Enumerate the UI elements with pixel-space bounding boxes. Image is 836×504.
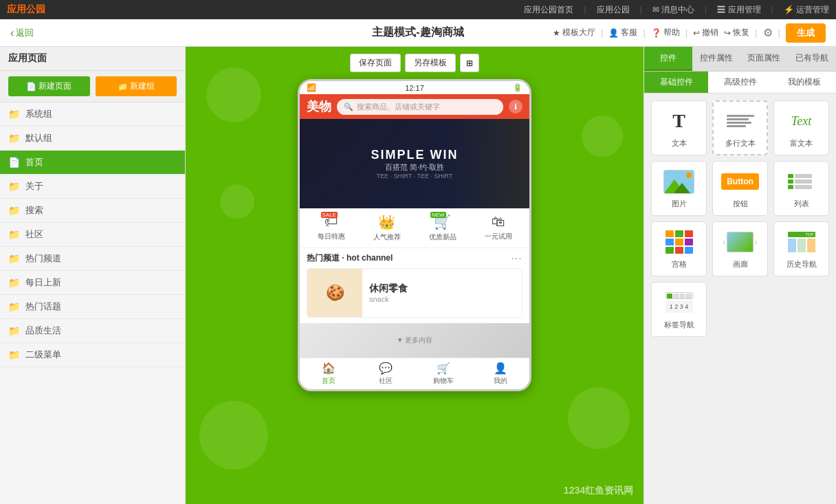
phone-tab-community[interactable]: 💬 社区: [358, 362, 415, 386]
phone-tab-cart[interactable]: 🛒 购物车: [415, 362, 472, 386]
sidebar-item-system-group[interactable]: 📁 系统组: [0, 102, 185, 127]
back-button[interactable]: ‹ 返回: [10, 27, 34, 39]
new-badge: NEW: [430, 212, 446, 218]
widget-richtext-icon: Text: [784, 107, 819, 135]
center-canvas: 保存页面 另存模板 ⊞ 📶 12:17 🔋 美物 🔍 搜索商品、店铺或关键字 ℹ: [186, 47, 644, 504]
phone-search-bar[interactable]: 🔍 搜索商品、店铺或关键字: [337, 99, 503, 115]
phone-mockup: 📶 12:17 🔋 美物 🔍 搜索商品、店铺或关键字 ℹ SIMPLE WIN …: [298, 79, 531, 391]
right-tab-existing-nav[interactable]: 已有导航: [788, 47, 836, 71]
right-tab-widgets[interactable]: 控件: [644, 47, 692, 71]
banner-person-image: [447, 119, 529, 208]
save-page-button[interactable]: 保存页面: [350, 54, 401, 72]
sale-badge: SALE: [321, 212, 338, 218]
folder-icon: 📁: [8, 301, 20, 312]
sidebar-item-community[interactable]: 📁 社区: [0, 223, 185, 247]
folder-icon: 📁: [118, 82, 128, 91]
mine-icon: 👤: [494, 362, 507, 375]
bubble-5: [568, 387, 630, 449]
channel-image: 🍪: [307, 269, 362, 317]
new-group-button[interactable]: 📁 新建组: [96, 76, 177, 96]
sidebar-item-hot-channel[interactable]: 📁 热门频道: [0, 247, 185, 271]
widget-section-basic[interactable]: 基础控件: [644, 72, 708, 93]
redo-icon: ↪: [724, 28, 731, 38]
template-hall-link[interactable]: ★ 模板大厅: [553, 27, 595, 39]
second-toolbar: ‹ 返回 主题模式-趣淘商城 ★ 模板大厅 | 👤 客服 | ❓ 帮助 | ↩ …: [0, 19, 836, 47]
widget-history-nav[interactable]: TOP 历史导航: [773, 221, 829, 276]
sidebar-item-search[interactable]: 📁 搜索: [0, 199, 185, 223]
right-tab-widget-props[interactable]: 控件属性: [692, 47, 740, 71]
phone-logo: 美物: [307, 98, 331, 115]
widget-multitext[interactable]: 多行文本: [712, 100, 768, 155]
battery-icon: 🔋: [513, 83, 522, 92]
folder-icon: 📁: [8, 181, 20, 192]
daily-deals-icon: 🏷 SALE: [324, 214, 338, 230]
new-products-icon: 🛒 NEW: [434, 214, 451, 230]
nav-app-mgmt-link[interactable]: ☰ 应用管理: [717, 4, 760, 16]
home-icon: 🏠: [322, 362, 336, 375]
channel-more-icon[interactable]: ···: [512, 254, 522, 263]
customer-service-link[interactable]: 👤 客服: [608, 27, 637, 39]
new-page-button[interactable]: 📄 新建页面: [8, 76, 90, 96]
left-sidebar: 应用页面 📄 新建页面 📁 新建组 📁 系统组 📁 默认组 📄 首页: [0, 47, 186, 504]
phone-tab-mine[interactable]: 👤 我的: [472, 362, 530, 386]
widget-section-advanced[interactable]: 高级控件: [708, 72, 772, 93]
phone-icon-daily-deals[interactable]: 🏷 SALE 每日特惠: [318, 214, 345, 242]
settings-icon[interactable]: ⚙: [763, 26, 773, 39]
widget-section-tabs: 基础控件 高级控件 我的模板: [644, 72, 836, 94]
revoke-link[interactable]: ↩ 撤销: [693, 27, 718, 39]
widget-grid-icon: [662, 228, 696, 256]
phone-icon-trial[interactable]: 🛍 一元试用: [485, 214, 512, 242]
phone-info-icon[interactable]: ℹ: [509, 100, 522, 113]
phone-icon-new-products[interactable]: 🛒 NEW 优质新品: [429, 214, 456, 242]
toolbar-actions: ★ 模板大厅 | 👤 客服 | ❓ 帮助 | ↩ 撤销 ↪ 恢复 | ⚙ | 生…: [553, 23, 826, 43]
page-title: 主题模式-趣淘商城: [372, 25, 463, 40]
sidebar-header: 应用页面: [0, 47, 185, 71]
nav-ops-link[interactable]: ⚡ 运营管理: [784, 4, 829, 16]
save-as-template-button[interactable]: 另存模板: [405, 54, 456, 72]
help-link[interactable]: ❓ 帮助: [651, 27, 680, 39]
canvas-extra-button[interactable]: ⊞: [460, 54, 479, 72]
widget-list[interactable]: 列表: [773, 161, 829, 216]
widget-grid: T 文本 多行文本 Text 富文本: [644, 94, 836, 344]
folder-icon: 📁: [8, 229, 20, 240]
sidebar-item-home[interactable]: 📄 首页: [0, 151, 185, 175]
widget-button[interactable]: Button 按钮: [712, 161, 768, 216]
phone-tab-home[interactable]: 🏠 首页: [300, 362, 358, 386]
widget-gallery-icon: ‹ ›: [723, 228, 758, 256]
widget-image[interactable]: 图片: [651, 161, 707, 216]
sidebar-item-daily-new[interactable]: 📁 每日上新: [0, 271, 185, 295]
ops-icon: ⚡: [784, 5, 796, 14]
folder-icon: 📁: [8, 133, 20, 144]
bubble-2: [220, 184, 254, 219]
nav-park-link[interactable]: 应用公园: [597, 4, 630, 16]
sidebar-item-default-group[interactable]: 📁 默认组: [0, 127, 185, 151]
widget-grid-widget[interactable]: 宫格: [651, 221, 707, 276]
widget-text[interactable]: T 文本: [651, 100, 707, 155]
phone-icon-popular[interactable]: 👑 人气推荐: [373, 214, 401, 242]
undo-icon: ↩: [693, 28, 700, 38]
bubble-1: [206, 67, 261, 122]
generate-button[interactable]: 生成: [786, 23, 826, 43]
widget-tab-nav[interactable]: 1 2 3 4 标签导航: [651, 282, 707, 337]
sidebar-item-hot-topic[interactable]: 📁 热门话题: [0, 295, 185, 319]
sidebar-item-about[interactable]: 📁 关于: [0, 175, 185, 199]
signal-icon: 📶: [307, 83, 316, 92]
widget-multitext-icon: [723, 107, 758, 135]
right-tab-page-props[interactable]: 页面属性: [740, 47, 789, 71]
restore-link[interactable]: ↪ 恢复: [724, 27, 749, 39]
sidebar-item-quality-life[interactable]: 📁 品质生活: [0, 319, 185, 343]
widget-section-my-templates[interactable]: 我的模板: [772, 72, 836, 93]
phone-channel-card[interactable]: 🍪 休闲零食 snack: [307, 268, 522, 318]
phone-search-icon: 🔍: [344, 102, 353, 111]
widget-richtext[interactable]: Text 富文本: [773, 100, 829, 155]
canvas-toolbar: 保存页面 另存模板 ⊞: [350, 54, 479, 72]
widget-image-icon: [662, 168, 696, 195]
widget-gallery[interactable]: ‹ › 画廊: [712, 221, 768, 276]
community-icon: 💬: [379, 362, 393, 375]
popular-icon: 👑: [378, 214, 395, 230]
file-icon: 📄: [26, 82, 36, 91]
nav-home-link[interactable]: 应用公园首页: [524, 4, 573, 16]
sidebar-item-submenu[interactable]: 📁 二级菜单: [0, 343, 185, 367]
nav-msg-link[interactable]: ✉ 消息中心: [652, 4, 694, 16]
phone-banner: SIMPLE WIN 百搭范 简·约·取胜 TEE · SHIRT · TEE …: [300, 119, 529, 208]
